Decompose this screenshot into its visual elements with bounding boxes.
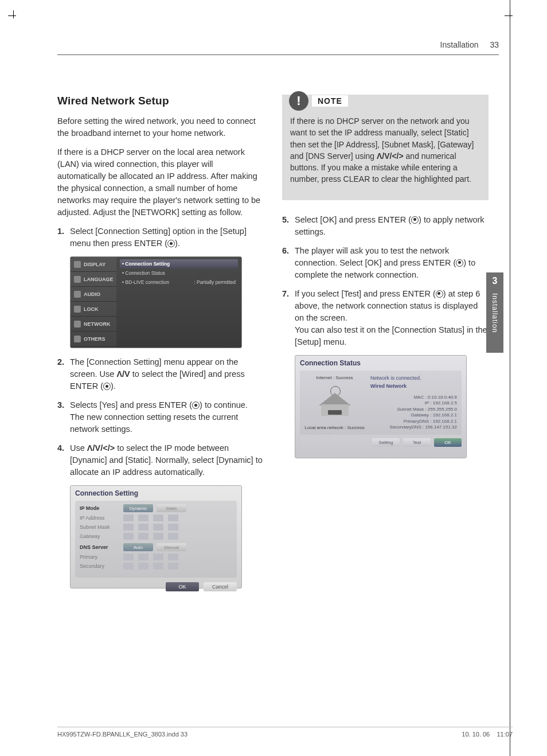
intro-para-2: If there is a DHCP server on the local a… xyxy=(57,146,264,219)
footer-time: 11:07 xyxy=(497,731,513,738)
test-button: Test xyxy=(403,438,431,447)
header-rule xyxy=(57,54,499,55)
ok-button: OK xyxy=(434,438,462,447)
intro-para-1: Before setting the wired network, you ne… xyxy=(57,115,264,139)
screenshot-connection-status: Connection Status Internet : Success Loc… xyxy=(295,355,467,458)
footer-date: 10. 10. 06 xyxy=(462,731,490,738)
arrows-all-icon: Λ/V/</> xyxy=(87,443,115,453)
step-6: 6.The player will ask you to test the ne… xyxy=(282,245,489,281)
note-box: ! NOTE If there is no DHCP server on the… xyxy=(282,95,489,200)
section-name: Installation xyxy=(440,40,479,49)
page-edge-line xyxy=(510,0,510,756)
arrows-up-down-icon: Λ/V xyxy=(116,369,130,379)
screenshot-setup-menu: DISPLAY LANGUAGE AUDIO LOCK NETWORK OTHE… xyxy=(70,256,242,348)
step-1: 1.Select [Connection Setting] option in … xyxy=(57,225,264,250)
screenshot-connection-setting: Connection Setting IP ModeDynamicStatic … xyxy=(70,485,242,589)
step-5: 5.Select [OK] and press ENTER () to appl… xyxy=(282,214,489,238)
enter-icon xyxy=(192,402,200,409)
network-diagram-icon xyxy=(318,387,352,419)
setting-button: Setting xyxy=(372,438,400,447)
step-3: 3.Selects [Yes] and press ENTER () to co… xyxy=(57,399,264,435)
enter-icon xyxy=(167,240,175,247)
page-title: Wired Network Setup xyxy=(57,95,264,107)
step-2: 2.The [Connection Setting] menu appear o… xyxy=(57,356,264,392)
step-4: 4.Use Λ/V/</> to select the IP mode betw… xyxy=(57,442,264,478)
enter-icon xyxy=(103,383,111,390)
enter-icon xyxy=(456,259,463,267)
page-number: 33 xyxy=(490,40,499,49)
running-header: Installation 33 xyxy=(440,40,499,49)
side-tab: 3 Installation xyxy=(486,272,503,353)
others-icon xyxy=(74,336,81,342)
right-column: ! NOTE If there is no DHCP server on the… xyxy=(282,95,489,597)
crop-mark xyxy=(8,10,19,22)
cancel-button: Cancel xyxy=(204,582,237,591)
step-7: 7.If you select [Test] and press ENTER (… xyxy=(282,288,489,348)
steps-list-right: 5.Select [OK] and press ENTER () to appl… xyxy=(282,214,489,348)
footer-filename: HX995TZW-FD.BPANLLK_ENG_3803.indd 33 xyxy=(57,731,187,738)
arrows-all-icon: Λ/V/</> xyxy=(377,151,404,161)
network-icon xyxy=(74,321,81,328)
note-exclaim-icon: ! xyxy=(289,91,308,111)
steps-list-cont: 2.The [Connection Setting] menu appear o… xyxy=(57,356,264,478)
left-column: Wired Network Setup Before setting the w… xyxy=(57,95,264,597)
display-icon xyxy=(74,261,81,268)
note-title: NOTE xyxy=(312,95,348,107)
steps-list: 1.Select [Connection Setting] option in … xyxy=(57,225,264,250)
language-icon xyxy=(74,276,81,283)
note-body: If there is no DHCP server on the networ… xyxy=(290,115,480,185)
crop-mark xyxy=(505,10,516,22)
page-footer: HX995TZW-FD.BPANLLK_ENG_3803.indd 33 10.… xyxy=(57,727,513,738)
enter-icon xyxy=(411,216,419,224)
enter-icon xyxy=(436,290,443,298)
ok-button: OK xyxy=(166,582,199,591)
audio-icon xyxy=(74,291,81,298)
lock-icon xyxy=(74,306,81,313)
